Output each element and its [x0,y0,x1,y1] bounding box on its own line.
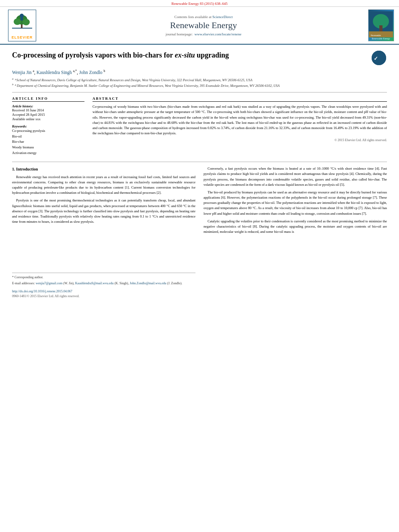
journal-header: ELSEVIER Contents lists available at Sci… [0,7,399,45]
keyword-4: Woody biomass [12,145,84,150]
article-info-column: ARTICLE INFO Article history: Received 1… [12,97,84,156]
homepage-link[interactable]: www.elsevier.com/locate/renene [194,32,241,36]
accepted-date: Accepted 28 April 2015 [12,113,84,117]
keywords-label: Keywords: [12,124,84,128]
contents-available-text: Contents lists available at ScienceDirec… [44,15,363,19]
right-para-2: The bio-oil produced by biomass pyrolysi… [204,190,387,216]
svg-rect-6 [21,17,23,21]
keywords-section: Keywords: Co-processing pyrolysis Bio-oi… [12,124,84,156]
crossmark-icon: ✓ [372,51,386,65]
elsevier-logo: ELSEVIER [4,9,40,41]
svg-point-5 [20,14,24,18]
email-jin[interactable]: wenjia7@gmail.com [36,281,63,285]
intro-heading: 1. Introduction [12,166,195,173]
svg-rect-9 [379,25,383,31]
svg-text:Renewable: Renewable [371,34,381,37]
article-info-header: ARTICLE INFO [12,97,84,102]
keyword-3: Bio-char [12,139,84,145]
body-col-left: 1. Introduction Renewable energy has rec… [12,166,195,299]
journal-name: Renewable Energy [44,20,363,31]
keyword-5: Activation energy [12,150,84,156]
header-divider [12,92,387,92]
affiliation-b: b ᵇ Department of Chemical Engineering, … [12,83,387,88]
journal-homepage: journal homepage: www.elsevier.com/locat… [44,32,363,36]
email-singh[interactable]: KaushlendraS@mail.wvu.edu [75,281,114,285]
cover-art-icon: Renewable [369,11,393,37]
available-online: Available online xxx [12,117,84,121]
elsevier-wordmark: ELSEVIER [10,35,34,39]
author-zondlo-affiliation: b [104,69,105,73]
abstract-header: ABSTRACT [93,97,387,102]
svg-point-4 [23,19,30,25]
abstract-column: ABSTRACT Co-processing of woody biomass … [93,97,387,156]
svg-point-3 [14,18,21,25]
cover-label: Renewable Energy [372,37,390,40]
received-date: Received 10 June 2014 [12,108,84,112]
copyright-line: © 2015 Elsevier Ltd. All rights reserved… [93,138,387,142]
intro-para-1: Renewable energy has received much atten… [12,175,195,196]
article-history-label: Article history: [12,104,84,108]
corresponding-note: * Corresponding author. [12,275,195,280]
elsevier-tree-icon [10,12,34,34]
author-singh-affiliation: a,* [73,69,77,73]
author-jin-affiliation: a [33,69,34,73]
science-direct-link[interactable]: ScienceDirect [212,15,232,19]
info-abstract-section: ARTICLE INFO Article history: Received 1… [12,97,387,156]
bottom-bar: http://dx.doi.org/10.1016/j.renene.2015.… [12,289,195,299]
journal-header-center: Contents lists available at ScienceDirec… [44,9,363,41]
affiliations: a ᵃ School of Natural Resources, Davis C… [12,77,387,88]
article-title: Co-processing of pyrolysis vapors with b… [12,51,367,60]
author-singh[interactable]: Kaushlendra Singh [37,70,72,75]
author-zondlo[interactable]: John Zondlo [79,70,103,75]
keyword-1: Co-processing pyrolysis [12,128,84,134]
body-section: 1. Introduction Renewable energy has rec… [12,166,387,299]
journal-citation-bar: Renewable Energy 83 (2015) 638–645 [0,0,399,7]
keywords-list: Co-processing pyrolysis Bio-oil Bio-char… [12,128,84,156]
authors-line: Wenjia Jin a, Kaushlendra Singh a,*, Joh… [12,69,387,75]
right-para-1: Conversely, a fast pyrolysis occurs when… [204,166,387,187]
article-title-section: Co-processing of pyrolysis vapors with b… [12,51,387,65]
footnote-area: * Corresponding author. E-mail addresses… [12,273,195,286]
doi-link[interactable]: http://dx.doi.org/10.1016/j.renene.2015.… [12,290,72,293]
email-zondlo[interactable]: John.Zondlo@mail.wvu.edu [130,281,166,285]
abstract-divider [12,162,387,162]
article-content: Co-processing of pyrolysis vapors with b… [0,45,399,307]
cover-thumbnail: Renewable Renewable Energy [368,9,394,41]
journal-citation-text: Renewable Energy 83 (2015) 638–645 [171,2,227,6]
keyword-2: Bio-oil [12,134,84,140]
right-para-3: Catalytic upgrading the volatiles prior … [204,219,387,235]
intro-para-2: Pyrolysis is one of the most promising t… [12,198,195,224]
email-footnote: E-mail addresses: wenjia7@gmail.com (W. … [12,281,195,286]
svg-text:✓: ✓ [374,55,378,62]
body-col-right: Conversely, a fast pyrolysis occurs when… [204,166,387,299]
abstract-text: Co-processing of woody biomass with two … [93,104,387,136]
author-jin[interactable]: Wenjia Jin [12,70,32,75]
crossmark-badge[interactable]: ✓ [371,51,387,65]
affiliation-a: a ᵃ School of Natural Resources, Davis C… [12,77,387,83]
journal-cover-image: Renewable Renewable Energy [367,9,395,41]
